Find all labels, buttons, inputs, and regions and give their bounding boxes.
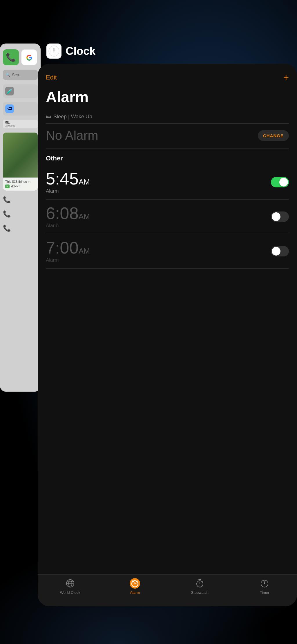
phone-icon-left2: 📞 (3, 209, 38, 219)
phone-icon-left3: 📞 (3, 223, 38, 233)
alarm-1-label: Alarm (46, 188, 90, 194)
alarm-tab-icon (130, 578, 140, 589)
timer-label: Timer (260, 590, 269, 595)
app-main-content: Edit + Alarm 🛏 Sleep | Wake Up No Alarm … (38, 64, 297, 574)
alarm-2-time: 6:08AM (46, 205, 90, 222)
timer-icon (259, 578, 270, 589)
svg-point-28 (264, 583, 265, 584)
alarm-3-time: 7:00AM (46, 239, 90, 256)
alarm-icon-circle (130, 578, 140, 589)
search-bar: 🔍 Sea (3, 70, 38, 80)
tab-stopwatch[interactable]: Stopwatch (167, 578, 232, 595)
sleep-wake-label: 🛏 Sleep | Wake Up (46, 114, 289, 120)
no-alarm-row: No Alarm CHANGE (46, 128, 289, 149)
world-clock-icon (65, 578, 75, 589)
phone-app-icon: 📞 (3, 49, 19, 65)
tab-alarm[interactable]: Alarm (103, 578, 168, 595)
stopwatch-icon (195, 578, 205, 589)
clock-title: Clock (66, 45, 95, 57)
change-button[interactable]: CHANGE (258, 130, 289, 141)
svg-line-24 (202, 581, 203, 582)
edit-button[interactable]: Edit (46, 74, 57, 81)
alarm-page-title: Alarm (46, 88, 289, 106)
toggle-knob-2 (272, 212, 280, 221)
section-divider-1 (46, 123, 289, 124)
tab-bar: World Clock Alarm (38, 574, 297, 606)
bed-icon: 🛏 (46, 114, 51, 120)
add-alarm-button[interactable]: + (283, 73, 289, 82)
alarm-1-toggle[interactable] (271, 177, 289, 187)
no-alarm-text: No Alarm (46, 128, 98, 143)
alarm-2-label: Alarm (46, 223, 90, 229)
app-switcher-panel: 📞 🔍 Sea 🧪 🏷 MIL Latest up (0, 44, 41, 392)
left-list-item: 🧪 (3, 84, 38, 98)
tab-world-clock[interactable]: World Clock (38, 578, 103, 595)
alarm-1-time: 5:45AM (46, 170, 90, 187)
world-clock-label: World Clock (60, 590, 80, 595)
tab-timer[interactable]: Timer (232, 578, 297, 595)
phone-icon-left: 📞 (3, 195, 38, 205)
stopwatch-label: Stopwatch (191, 590, 209, 595)
alarm-1-info: 5:45AM Alarm (46, 170, 90, 194)
toggle-knob-3 (272, 247, 280, 256)
mil-badge: MIL Latest up (3, 120, 38, 128)
tag-icon: 🏷 (5, 104, 14, 113)
alarm-3-toggle[interactable] (271, 246, 289, 256)
other-section-label: Other (46, 155, 289, 162)
toggle-knob (279, 178, 288, 187)
alarm-3-info: 7:00AM Alarm (46, 239, 90, 263)
alarm-item-1: 5:45AM Alarm (46, 165, 289, 200)
alarm-2-toggle[interactable] (271, 211, 289, 222)
alarm-3-label: Alarm (46, 257, 90, 263)
clock-app-icon (46, 44, 61, 59)
left-list-item-2: 🏷 (3, 102, 38, 115)
alarm-item-3: 7:00AM Alarm (46, 234, 289, 269)
clock-app-header: Clock (38, 44, 297, 59)
toolbar: Edit + (46, 73, 289, 82)
alarm-item-2: 6:08AM Alarm (46, 200, 289, 234)
left-image-card: This $18 things m P 7DNFT (3, 133, 38, 191)
alarm-2-info: 6:08AM Alarm (46, 205, 90, 229)
google-app-icon (21, 49, 37, 65)
flask-icon: 🧪 (5, 87, 14, 95)
alarm-label: Alarm (130, 590, 140, 595)
card-footer: This $18 things m P 7DNFT (3, 178, 38, 191)
clock-app-window: Edit + Alarm 🛏 Sleep | Wake Up No Alarm … (38, 64, 297, 606)
